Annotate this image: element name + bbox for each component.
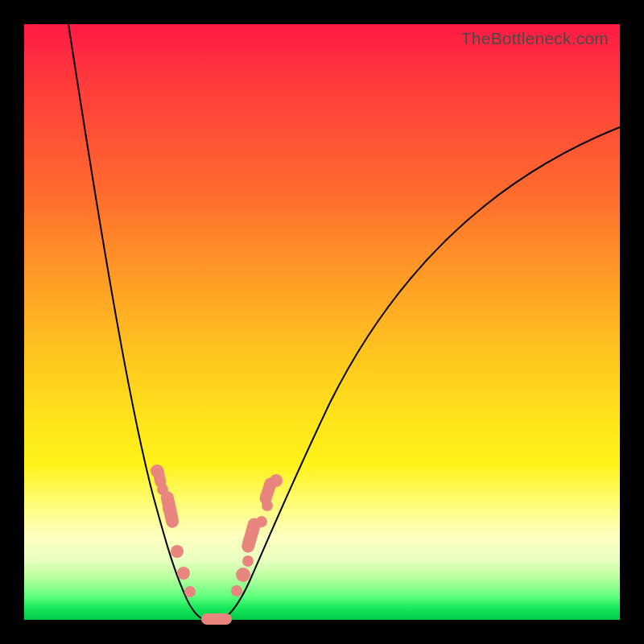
bead xyxy=(177,567,190,580)
bead xyxy=(242,555,254,567)
bead xyxy=(236,568,250,582)
bead xyxy=(171,545,184,558)
lozenge xyxy=(258,477,279,506)
curve-right-path xyxy=(224,127,620,618)
bottleneck-curve xyxy=(24,24,620,620)
lozenge xyxy=(240,517,262,555)
lozenges-right-group xyxy=(240,477,278,555)
curve-left-path xyxy=(68,24,201,618)
bead xyxy=(231,585,242,597)
chart-frame: TheBottleneck.com xyxy=(24,24,620,620)
valley-lozenge xyxy=(201,613,232,625)
bead xyxy=(184,586,196,597)
lozenge xyxy=(151,464,167,489)
lozenges-left-group xyxy=(151,464,180,529)
